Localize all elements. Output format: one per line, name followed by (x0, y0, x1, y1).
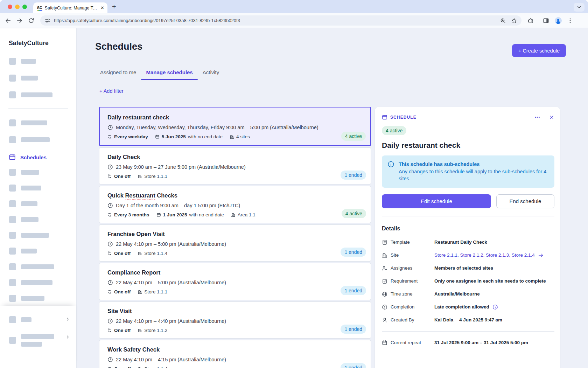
browser-toolbar: https://app.safetyculture.com/training/o… (0, 13, 588, 28)
skeleton-bar (21, 59, 36, 64)
schedule-card[interactable]: Compliance Report22 May 4:10 pm – 5:00 p… (99, 263, 371, 300)
browser-menu-icon[interactable] (567, 18, 573, 23)
browser-tab[interactable]: SC SafetyCulture: Manage Teams and... ✕ (33, 2, 107, 13)
app-frame: SafetyCulture Schedules Schedules + Crea… (0, 28, 588, 368)
zoom-window-button[interactable] (22, 5, 27, 9)
schedule-time-text: 22 May 4:10 pm – 5:00 pm (Australia/Melb… (116, 241, 226, 247)
detail-value-secondary: 4 Jun 2025 9:47 am (459, 317, 502, 324)
close-window-button[interactable] (8, 5, 12, 9)
safetyculture-favicon: SC (37, 6, 42, 10)
schedule-card[interactable]: Work Safety Check22 May 4:10 pm – 4:15 p… (99, 340, 371, 368)
start-date: 5 Jun 2025 (162, 134, 186, 139)
schedule-card[interactable]: Daily Check23 May 9:00 am – 27 June 5:00… (99, 147, 371, 185)
schedule-card[interactable]: Daily restaurant checkMonday, Tuesday, W… (99, 107, 371, 146)
schedule-card[interactable]: Quick Restuarant ChecksDay 1 of the mont… (99, 186, 371, 223)
requirement-icon (382, 278, 387, 284)
sidebar-skeleton-item (9, 185, 76, 192)
skeleton-bar (21, 201, 37, 206)
schedule-title: Franchise Open Visit (107, 231, 363, 237)
status-badge: 4 active (342, 209, 366, 218)
skeleton-bar (21, 186, 41, 190)
chevron-right-icon[interactable] (65, 317, 70, 321)
detail-label: Template (382, 239, 434, 246)
profile-avatar[interactable] (555, 17, 562, 24)
status-badge: 1 ended (341, 171, 366, 180)
sidebar-skeleton-item (9, 279, 76, 286)
status-badge: 1 ended (341, 325, 366, 334)
detail-label: Created By (382, 317, 434, 324)
site-link[interactable]: Store 2.1.1, Store 2.1.2, Store 2.1.3, S… (434, 252, 535, 259)
schedule-time-text: Monday, Tuesday, Wednesday, Thursday, Fr… (116, 125, 318, 130)
sites-label: 4 sites (236, 134, 250, 139)
schedule-time-text: 22 May 4:10 pm – 4:40 pm (Australia/Melb… (116, 318, 226, 324)
sites-icon (138, 251, 142, 256)
skeleton-icon (9, 248, 16, 255)
skeleton-bar (21, 76, 38, 81)
schedule-meta-row: Every weekday5 Jun 2025with no end date4… (107, 134, 363, 139)
sidebar-skeleton-item (9, 232, 76, 239)
chevron-right-icon[interactable] (65, 335, 70, 339)
more-options-icon[interactable] (534, 114, 540, 120)
sidebar-bottom-item[interactable] (9, 316, 76, 323)
create-schedule-button[interactable]: + Create schedule (512, 44, 566, 57)
side-panel-icon[interactable] (543, 18, 549, 24)
add-filter-link[interactable]: + Add filter (99, 88, 124, 94)
info-icon[interactable] (492, 304, 498, 310)
current-repeat-row: Current repeat 31 Jul 2025 9:00 am – 31 … (382, 339, 554, 346)
browser-tab-strip: SC SafetyCulture: Manage Teams and... ✕ … (0, 0, 588, 13)
sidebar-skeleton-group (0, 169, 76, 302)
reload-button[interactable] (28, 18, 34, 24)
tab-assigned-to-me[interactable]: Assigned to me (95, 69, 141, 80)
clock-icon (107, 241, 113, 247)
tab-search-button[interactable] (574, 3, 584, 12)
back-button[interactable] (5, 18, 11, 24)
schedule-time-row: Monday, Tuesday, Wednesday, Thursday, Fr… (107, 125, 363, 130)
address-bar[interactable]: https://app.safetyculture.com/training/o… (40, 15, 522, 26)
url-text[interactable]: https://app.safetyculture.com/training/o… (54, 18, 495, 23)
repeat-icon (107, 251, 112, 256)
window-controls (8, 5, 27, 9)
detail-value-text: Australia/Melbourne (434, 291, 480, 298)
tab-activity[interactable]: Activity (198, 69, 224, 80)
minimize-window-button[interactable] (15, 5, 20, 9)
close-panel-icon[interactable] (549, 114, 554, 120)
sidebar-bottom-item[interactable] (9, 334, 76, 347)
bookmark-star-icon[interactable] (511, 18, 517, 23)
detail-row-completion: CompletionLate completion allowed (382, 304, 554, 311)
forward-button[interactable] (16, 18, 23, 24)
tab-manage-schedules[interactable]: Manage schedules (141, 69, 197, 80)
schedule-list: Daily restaurant checkMonday, Tuesday, W… (99, 107, 371, 368)
tab-close-icon[interactable]: ✕ (100, 6, 104, 10)
detail-label-text: Completion (391, 304, 414, 311)
skeleton-icon (9, 279, 16, 286)
skeleton-bar (21, 334, 54, 339)
schedule-card[interactable]: Site Visit22 May 4:10 pm – 4:40 pm (Aust… (99, 301, 371, 339)
site-icon (382, 252, 387, 258)
detail-value[interactable]: Store 2.1.1, Store 2.1.2, Store 2.1.3, S… (434, 252, 554, 259)
zoom-icon[interactable] (500, 18, 506, 23)
edit-schedule-button[interactable]: Edit schedule (382, 194, 491, 208)
schedules-icon (9, 154, 16, 161)
end-schedule-button[interactable]: End schedule (496, 194, 554, 208)
banner-title: This schedule has sub-schedules (399, 161, 549, 168)
sidebar-skeleton-item (9, 200, 76, 207)
sites-icon (138, 174, 142, 179)
repeat-label: One off (114, 328, 131, 333)
schedule-detail-panel: SCHEDULE 4 active Daily restaurant check… (375, 107, 560, 368)
brand-logo[interactable]: SafetyCulture (9, 40, 76, 47)
detail-label: Time zone (382, 291, 434, 298)
extensions-icon[interactable] (527, 18, 533, 24)
sites-icon (138, 328, 142, 333)
sub-schedules-banner: This schedule has sub-schedules Any chan… (382, 155, 554, 188)
sidebar-item-schedules[interactable]: Schedules (9, 154, 76, 161)
skeleton-icon (9, 185, 16, 192)
schedule-time-text: 22 May 4:10 pm – 5:00 pm (Australia/Melb… (116, 280, 226, 285)
schedule-card[interactable]: Franchise Open Visit22 May 4:10 pm – 5:0… (99, 224, 371, 262)
schedule-time-row: 22 May 4:10 pm – 5:00 pm (Australia/Melb… (107, 280, 363, 285)
schedule-meta-row: One offStore 1.1.1 (107, 289, 363, 294)
skeleton-icon (9, 200, 16, 207)
sites-meta: Store 1.1.4 (138, 366, 167, 368)
site-settings-icon[interactable] (45, 18, 50, 23)
new-tab-button[interactable]: + (112, 3, 116, 10)
clock-icon (107, 318, 113, 324)
